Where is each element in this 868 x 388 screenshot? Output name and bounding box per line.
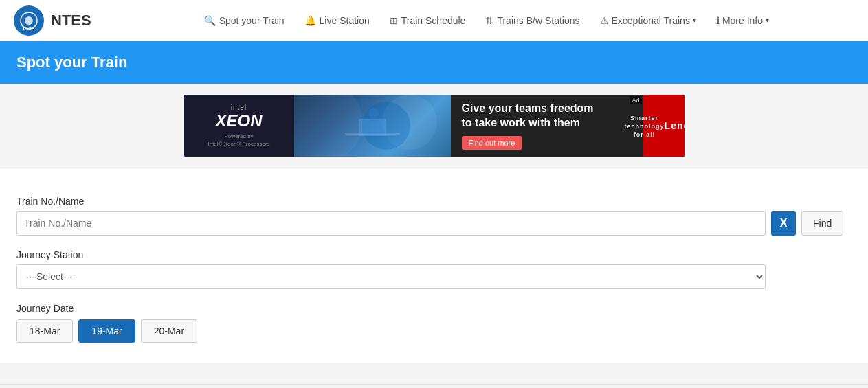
grid-icon: ⊞ <box>390 15 398 26</box>
train-label: Train No./Name <box>16 196 852 207</box>
chevron-down-icon-2: ▾ <box>766 16 769 24</box>
train-form-section: Train No./Name X Find <box>16 196 852 236</box>
warning-icon: ⚠ <box>600 15 609 26</box>
ad-intel-label: intel <box>231 104 247 111</box>
app-logo: CRIS <box>14 5 44 36</box>
ad-left-section: intel XEON Powered byIntel® Xeon® Proces… <box>184 95 294 157</box>
date-prev-button[interactable]: 18-Mar <box>16 319 73 343</box>
main-content: Train No./Name X Find Journey Station --… <box>0 168 868 363</box>
ad-smarter-label: Smartertechnologyfor all <box>625 115 665 139</box>
ad-headline: Give your teams freedomto take work with… <box>462 102 594 130</box>
app-header: CRIS NTES 🔍 Spot your Train 🔔 Live Stati… <box>0 0 868 41</box>
bottom-divider <box>0 384 868 385</box>
bell-icon: 🔔 <box>304 15 316 26</box>
svg-point-2 <box>25 16 33 25</box>
info-icon: ℹ <box>716 15 720 26</box>
svg-rect-6 <box>359 119 386 136</box>
clear-button[interactable]: X <box>771 211 796 236</box>
date-label: Journey Date <box>16 303 852 314</box>
ad-brand-label: Lenovo <box>665 120 685 131</box>
train-input-row: X Find <box>16 211 852 236</box>
main-nav: 🔍 Spot your Train 🔔 Live Station ⊞ Train… <box>119 10 854 32</box>
find-button[interactable]: Find <box>801 211 843 236</box>
svg-point-7 <box>368 108 379 119</box>
ad-right-text: Give your teams freedomto take work with… <box>451 95 643 157</box>
page-banner: Spot your Train <box>0 41 868 84</box>
nav-more-info[interactable]: ℹ More Info ▾ <box>708 10 777 32</box>
ad-brand-section: Lenovo Smartertechnologyfor all <box>643 95 685 157</box>
search-icon: 🔍 <box>204 15 216 26</box>
nav-spot-train[interactable]: 🔍 Spot your Train <box>196 10 293 32</box>
date-section: Journey Date 18-Mar 19-Mar 20-Mar <box>16 303 852 343</box>
svg-text:CRIS: CRIS <box>23 26 35 31</box>
logo-area: CRIS NTES <box>14 5 91 36</box>
ad-badge: Ad <box>630 96 641 104</box>
arrows-icon: ⇅ <box>485 15 493 26</box>
app-title: NTES <box>51 12 91 30</box>
ad-powered-label: Powered byIntel® Xeon® Processors <box>208 133 269 148</box>
ad-container: intel XEON Powered byIntel® Xeon® Proces… <box>0 84 868 168</box>
journey-label: Journey Station <box>16 249 852 260</box>
date-next-button[interactable]: 20-Mar <box>141 319 197 343</box>
date-buttons: 18-Mar 19-Mar 20-Mar <box>16 319 852 343</box>
chevron-down-icon: ▾ <box>693 16 696 24</box>
nav-train-schedule[interactable]: ⊞ Train Schedule <box>381 10 474 32</box>
journey-select[interactable]: ---Select--- <box>16 264 766 289</box>
page-title: Spot your Train <box>16 54 127 71</box>
ad-banner[interactable]: intel XEON Powered byIntel® Xeon® Proces… <box>184 95 685 157</box>
train-input[interactable] <box>16 211 766 236</box>
nav-trains-bw-stations[interactable]: ⇅ Trains B/w Stations <box>477 10 588 32</box>
journey-section: Journey Station ---Select--- <box>16 249 852 289</box>
ad-xeon-label: XEON <box>215 111 262 130</box>
nav-exceptional-trains[interactable]: ⚠ Exceptional Trains ▾ <box>592 10 704 32</box>
ad-middle-section <box>294 95 451 157</box>
nav-live-station[interactable]: 🔔 Live Station <box>296 10 378 32</box>
ad-cta-button[interactable]: Find out more <box>462 136 522 150</box>
date-current-button[interactable]: 19-Mar <box>78 319 135 343</box>
